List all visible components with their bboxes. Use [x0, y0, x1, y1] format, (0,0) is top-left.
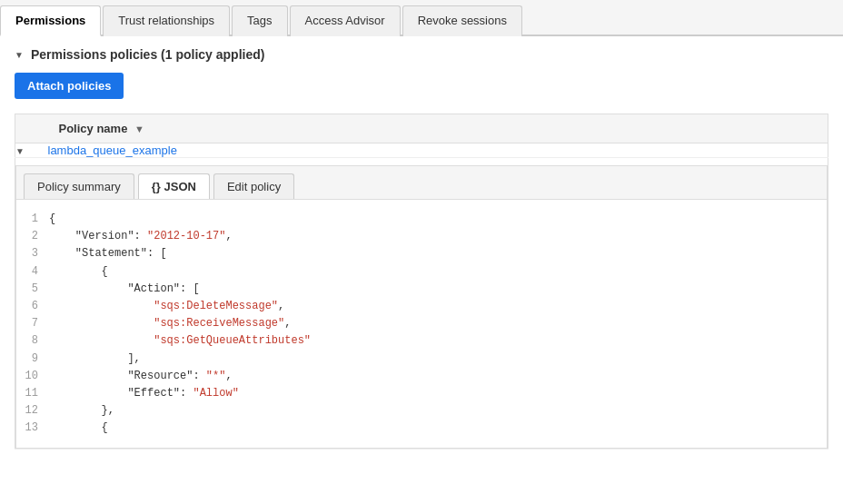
tab-json[interactable]: {} JSON	[138, 173, 210, 199]
main-content: ▼ Permissions policies (1 policy applied…	[0, 36, 843, 460]
code-line-5: 5 "Action": [	[24, 281, 819, 298]
tab-access-advisor[interactable]: Access Advisor	[290, 5, 401, 36]
json-code-block: 1 { 2 "Version": "2012-10-17", 3 "Statem…	[16, 200, 827, 448]
code-line-1: 1 {	[24, 211, 819, 228]
code-line-9: 9 ],	[24, 351, 819, 368]
section-title: Permissions policies (1 policy applied)	[31, 47, 265, 62]
policy-detail-cell: Policy summary {} JSON Edit policy	[15, 158, 828, 450]
tab-edit-policy[interactable]: Edit policy	[213, 173, 294, 199]
code-line-3: 3 "Statement": [	[24, 245, 819, 262]
section-header: ▼ Permissions policies (1 policy applied…	[15, 47, 828, 62]
code-line-7: 7 "sqs:ReceiveMessage",	[24, 315, 819, 332]
code-line-6: 6 "sqs:DeleteMessage",	[24, 298, 819, 315]
row-expand-cell: ▼	[15, 143, 48, 158]
code-line-2: 2 "Version": "2012-10-17",	[24, 228, 819, 245]
tab-trust[interactable]: Trust relationships	[103, 5, 230, 36]
sort-arrow-icon: ▼	[134, 124, 144, 134]
code-line-8: 8 "sqs:GetQueueAttributes"	[24, 332, 819, 350]
code-line-12: 12 },	[24, 402, 819, 420]
code-line-10: 10 "Resource": "*",	[24, 368, 819, 385]
table-row: ▼ lambda_queue_example	[15, 143, 828, 158]
code-line-4: 4 {	[24, 263, 819, 281]
tab-tags[interactable]: Tags	[232, 5, 287, 36]
policy-detail-row: Policy summary {} JSON Edit policy	[15, 158, 828, 450]
tab-policy-summary[interactable]: Policy summary	[24, 173, 134, 199]
policy-name-link[interactable]: lambda_queue_example	[48, 143, 177, 157]
attach-policies-button[interactable]: Attach policies	[15, 73, 124, 99]
row-expand-icon[interactable]: ▼	[15, 146, 25, 156]
checkbox-header	[15, 114, 48, 143]
tab-permissions[interactable]: Permissions	[0, 5, 101, 36]
policy-table: Policy name ▼ ▼ lambda_queue_example	[15, 114, 828, 450]
main-tabs: Permissions Trust relationships Tags Acc…	[0, 0, 843, 36]
table-header-row: Policy name ▼	[15, 114, 828, 143]
detail-tabs: Policy summary {} JSON Edit policy	[16, 166, 827, 200]
policy-name-header[interactable]: Policy name ▼	[48, 114, 828, 143]
policy-detail-panel: Policy summary {} JSON Edit policy	[15, 165, 828, 449]
policy-name-cell: lambda_queue_example	[48, 143, 828, 158]
code-line-11: 11 "Effect": "Allow"	[24, 385, 819, 402]
section-expand-icon[interactable]: ▼	[15, 50, 24, 60]
code-line-13: 13 {	[24, 420, 819, 437]
tab-revoke[interactable]: Revoke sessions	[402, 5, 522, 36]
